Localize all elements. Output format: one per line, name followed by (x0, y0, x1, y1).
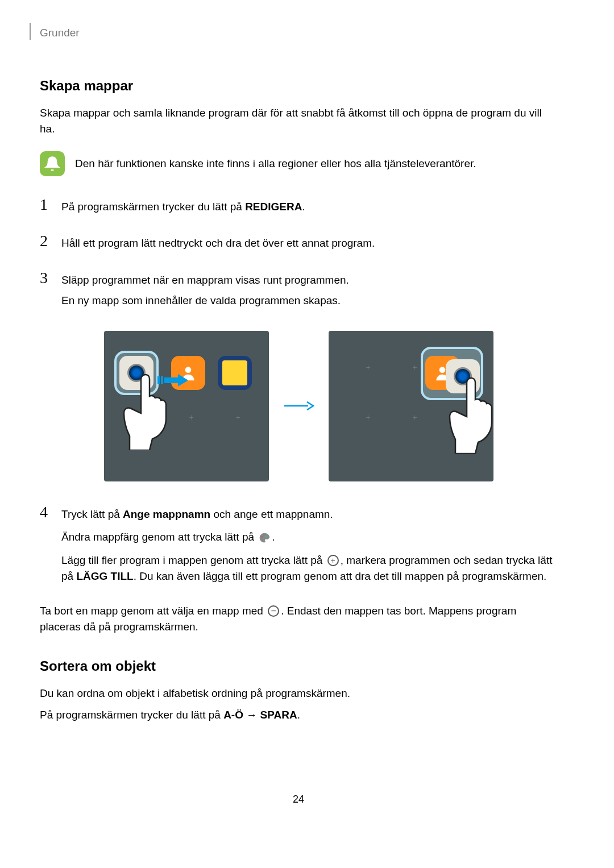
svg-rect-2 (161, 376, 163, 384)
step-2: 2 Håll ett program lätt nedtryckt och dr… (40, 233, 557, 256)
step-content: Släpp programmet när en mappram visas ru… (61, 270, 557, 314)
section-header: Grunder (40, 23, 557, 41)
intro-paragraph: Skapa mappar och samla liknande program … (40, 105, 557, 138)
drag-arrow-icon (156, 372, 190, 389)
svg-rect-1 (157, 376, 160, 384)
step-content: Tryck lätt på Ange mappnamn och ange ett… (61, 504, 557, 589)
camera-app-icon (119, 356, 154, 390)
heading-sortera: Sortera om objekt (40, 656, 557, 676)
illustration: + + + + + + + + + (40, 331, 557, 481)
screen-after: + + + + + (329, 331, 493, 481)
svg-point-7 (265, 535, 267, 537)
step-number: 3 (40, 270, 51, 286)
step-number: 1 (40, 197, 51, 213)
svg-point-4 (439, 367, 445, 373)
note-callout: Den här funktionen kanske inte finns i a… (40, 151, 557, 176)
svg-point-6 (263, 535, 265, 537)
sort-section: Sortera om objekt Du kan ordna om objekt… (40, 656, 557, 724)
palette-icon (258, 531, 271, 544)
step-1: 1 På programskärmen trycker du lätt på R… (40, 197, 557, 220)
tab-marker (30, 23, 31, 40)
camera-app-icon (446, 359, 480, 393)
svg-point-5 (262, 536, 263, 538)
remove-folder-text: Ta bort en mapp genom att välja en mapp … (40, 603, 557, 636)
step-content: På programskärmen trycker du lätt på RED… (61, 197, 557, 220)
plus-circle-icon: + (327, 554, 339, 567)
note-text: Den här funktionen kanske inte finns i a… (75, 151, 476, 172)
section-name: Grunder (40, 27, 80, 39)
gallery-app-icon (218, 356, 252, 390)
heading-skapa-mappar: Skapa mappar (40, 76, 557, 96)
bell-icon (40, 151, 65, 176)
step-number: 4 (40, 504, 51, 520)
transition-arrow-icon (283, 400, 314, 412)
minus-circle-icon: − (267, 605, 280, 617)
sort-instruction: På programskärmen trycker du lätt på A-Ö… (40, 707, 557, 724)
sort-description: Du kan ordna om objekt i alfabetisk ordn… (40, 686, 557, 702)
step-3: 3 Släpp programmet när en mappram visas … (40, 270, 557, 314)
screen-before: + + + + (104, 331, 269, 481)
step-4: 4 Tryck lätt på Ange mappnamn och ange e… (40, 504, 557, 589)
step-content: Håll ett program lätt nedtryckt och dra … (61, 233, 557, 256)
step-number: 2 (40, 233, 51, 249)
page-number: 24 (40, 792, 557, 807)
